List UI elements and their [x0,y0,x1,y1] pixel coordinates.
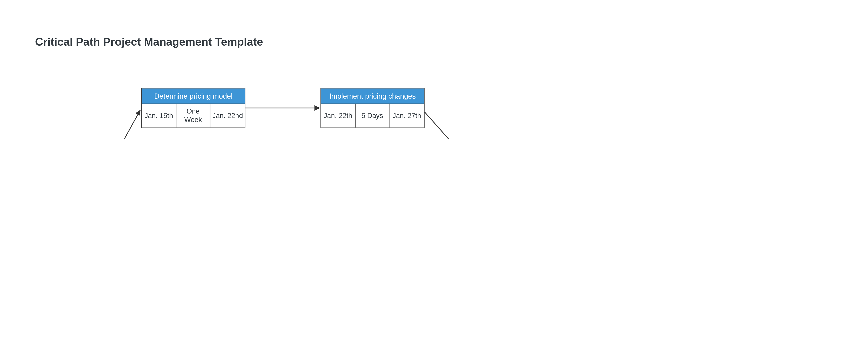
task-implement-pricing[interactable]: Implement pricing changes Jan. 22th 5 Da… [320,88,425,128]
task-start: Jan. 15th [142,104,176,127]
edge-start-determine [106,110,140,139]
task-row: Jan. 22th 5 Days Jan. 27th [321,104,424,127]
task-finish: Jan. 22nd [211,104,245,127]
task-header: Implement pricing changes [321,89,424,104]
task-duration: One Week [176,104,211,127]
task-determine-pricing[interactable]: Determine pricing model Jan. 15th One We… [141,88,245,128]
page-title: Critical Path Project Management Templat… [35,36,263,49]
task-row: Jan. 15th One Week Jan. 22nd [142,104,245,127]
diagram-canvas: Critical Path Project Management Templat… [0,0,868,139]
task-duration: 5 Days [355,104,390,127]
task-start: Jan. 22th [321,104,355,127]
task-finish: Jan. 27th [390,104,424,127]
edge-implement-beta [425,112,470,139]
task-header: Determine pricing model [142,89,245,104]
arrows-layer [0,0,868,139]
